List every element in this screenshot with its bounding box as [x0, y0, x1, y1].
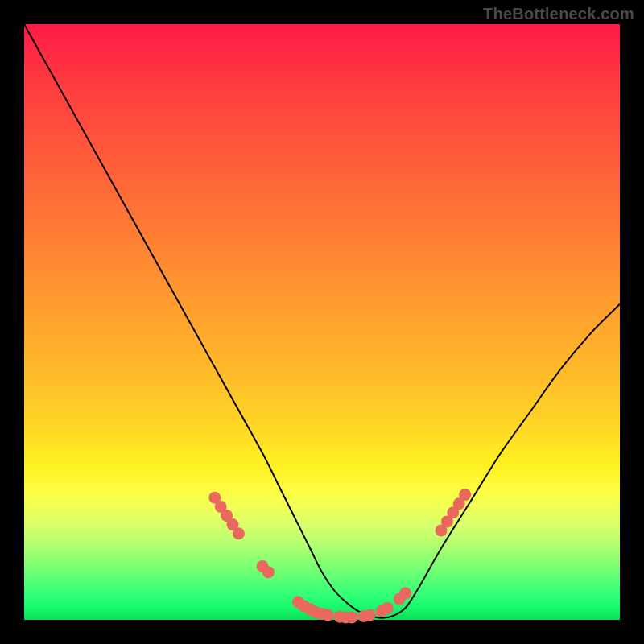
curve-markers [208, 489, 471, 623]
chart-frame: TheBottleneck.com [0, 0, 644, 644]
plot-area [24, 24, 620, 620]
marker-dot [364, 609, 376, 621]
marker-dot [382, 602, 394, 614]
chart-svg [24, 24, 620, 620]
marker-dot [399, 587, 411, 599]
watermark-text: TheBottleneck.com [483, 5, 634, 23]
marker-dot [459, 489, 471, 501]
marker-dot [322, 609, 334, 621]
bottleneck-curve [24, 24, 620, 618]
marker-dot [262, 566, 275, 578]
marker-dot [346, 612, 358, 624]
marker-dot [233, 527, 245, 539]
